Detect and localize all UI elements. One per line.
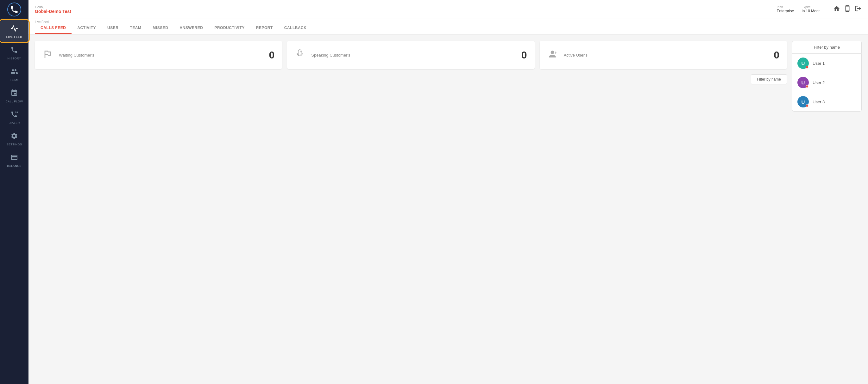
active-icon bbox=[547, 49, 557, 61]
filter-section: Filter by name bbox=[35, 74, 787, 84]
team-icon: + bbox=[10, 68, 18, 77]
balance-icon bbox=[10, 153, 18, 163]
sidebar-item-live-feed[interactable]: LIVE FEED bbox=[0, 20, 29, 42]
sidebar-item-settings[interactable]: SETTINGS bbox=[0, 128, 29, 149]
active-value: 0 bbox=[774, 49, 779, 61]
home-icon[interactable] bbox=[833, 5, 840, 13]
stat-card-active: Active User's 0 bbox=[540, 41, 787, 69]
sidebar-item-label-balance: BALANCE bbox=[7, 164, 22, 168]
logo-icon bbox=[7, 3, 21, 16]
expire-label: Expire bbox=[802, 5, 823, 9]
stat-card-active-info: Active User's bbox=[564, 53, 768, 58]
header-icons bbox=[833, 5, 862, 13]
svg-text:SIP: SIP bbox=[15, 111, 18, 113]
user-avatar-2: U bbox=[798, 77, 809, 88]
stat-card-speaking-info: Speaking Customer's bbox=[311, 53, 515, 58]
live-feed-icon bbox=[10, 25, 18, 34]
stat-card-waiting: Waiting Customer's 0 bbox=[35, 41, 282, 69]
plan-value: Enterprise bbox=[777, 9, 794, 13]
sidebar-item-dialer[interactable]: SIP DIALER bbox=[0, 106, 29, 128]
header-divider bbox=[828, 5, 828, 14]
tab-productivity[interactable]: PRODUCTIVITY bbox=[209, 23, 250, 34]
stat-card-waiting-info: Waiting Customer's bbox=[59, 53, 263, 58]
user-name-3: User 3 bbox=[813, 100, 825, 104]
tab-user[interactable]: USER bbox=[102, 23, 124, 34]
sidebar-item-label-settings: SETTINGS bbox=[6, 143, 22, 146]
header-left: Hello, Gobal-Demo Test bbox=[35, 5, 71, 14]
status-dot-3 bbox=[806, 104, 808, 107]
plan-label: Plan bbox=[777, 5, 794, 9]
speaking-icon bbox=[295, 49, 305, 61]
logout-icon[interactable] bbox=[855, 5, 862, 13]
tab-callback[interactable]: CALLBACK bbox=[279, 23, 312, 34]
status-dot-2 bbox=[806, 85, 808, 88]
sidebar-item-call-flow[interactable]: CALL FLOW bbox=[0, 85, 29, 106]
sidebar: LIVE FEED HISTORY + TEAM CALL FLOW bbox=[0, 0, 29, 384]
content-main: Waiting Customer's 0 bbox=[35, 41, 787, 378]
tab-calls-feed[interactable]: CALLS FEED bbox=[35, 23, 71, 34]
svg-point-3 bbox=[301, 50, 302, 52]
plan-info-plan: Plan Enterprise bbox=[777, 5, 794, 13]
right-panel-filter-label: Filter by name bbox=[792, 41, 862, 54]
user-avatar-1: U bbox=[798, 58, 809, 69]
tab-team[interactable]: TEAM bbox=[124, 23, 147, 34]
plan-info-expire: Expire In 10 Mont... bbox=[802, 5, 823, 13]
tab-missed[interactable]: MISSED bbox=[147, 23, 174, 34]
sidebar-item-balance[interactable]: BALANCE bbox=[0, 149, 29, 171]
content: Waiting Customer's 0 bbox=[29, 34, 868, 384]
live-feed-label: Live Feed bbox=[35, 20, 49, 24]
header-greeting: Hello, bbox=[35, 5, 71, 9]
user-name-2: User 2 bbox=[813, 80, 825, 85]
header-username: Gobal-Demo Test bbox=[35, 9, 71, 14]
user-list: U User 1 U User 2 U bbox=[792, 54, 862, 112]
sidebar-item-team[interactable]: + TEAM bbox=[0, 63, 29, 85]
tab-activity[interactable]: ACTIVITY bbox=[71, 23, 102, 34]
sidebar-item-label-history: HISTORY bbox=[7, 57, 21, 60]
settings-icon bbox=[10, 132, 18, 142]
dialer-icon: SIP bbox=[10, 111, 18, 120]
history-icon bbox=[10, 46, 18, 56]
header-right: Plan Enterprise Expire In 10 Mont... bbox=[777, 5, 862, 14]
tab-answered[interactable]: ANSWERED bbox=[174, 23, 209, 34]
nav-tabs-container: Live Feed CALLS FEED ACTIVITY USER TEAM … bbox=[29, 19, 868, 34]
sidebar-item-label-dialer: DIALER bbox=[8, 121, 20, 125]
call-flow-icon bbox=[10, 89, 18, 99]
status-dot-1 bbox=[806, 66, 808, 69]
user-item[interactable]: U User 1 bbox=[792, 54, 862, 73]
stat-cards: Waiting Customer's 0 bbox=[35, 41, 787, 69]
sidebar-logo bbox=[0, 0, 29, 19]
user-name-1: User 1 bbox=[813, 61, 825, 66]
header: Hello, Gobal-Demo Test Plan Enterprise E… bbox=[29, 0, 868, 19]
user-item[interactable]: U User 3 bbox=[792, 92, 862, 112]
waiting-label: Waiting Customer's bbox=[59, 53, 263, 58]
filter-by-name-button[interactable]: Filter by name bbox=[751, 74, 787, 84]
user-avatar-3: U bbox=[798, 96, 809, 107]
main-area: Hello, Gobal-Demo Test Plan Enterprise E… bbox=[29, 0, 868, 384]
plan-info: Plan Enterprise Expire In 10 Mont... bbox=[777, 5, 823, 13]
right-panel: Filter by name U User 1 U User 2 bbox=[792, 41, 862, 378]
stat-card-speaking: Speaking Customer's 0 bbox=[287, 41, 534, 69]
user-item[interactable]: U User 2 bbox=[792, 73, 862, 92]
active-label: Active User's bbox=[564, 53, 768, 58]
sidebar-item-label-team: TEAM bbox=[10, 78, 18, 81]
mobile-icon[interactable] bbox=[844, 5, 851, 13]
speaking-label: Speaking Customer's bbox=[311, 53, 515, 58]
svg-text:+: + bbox=[12, 68, 13, 70]
tab-report[interactable]: REPORT bbox=[250, 23, 279, 34]
sidebar-item-label-call-flow: CALL FLOW bbox=[5, 100, 23, 103]
sidebar-item-label-live-feed: LIVE FEED bbox=[6, 35, 23, 39]
waiting-value: 0 bbox=[269, 49, 275, 61]
expire-value: In 10 Mont... bbox=[802, 9, 823, 13]
waiting-icon bbox=[42, 49, 53, 61]
sidebar-item-history[interactable]: HISTORY bbox=[0, 42, 29, 63]
speaking-value: 0 bbox=[521, 49, 527, 61]
nav-tabs: CALLS FEED ACTIVITY USER TEAM MISSED ANS… bbox=[29, 19, 868, 34]
